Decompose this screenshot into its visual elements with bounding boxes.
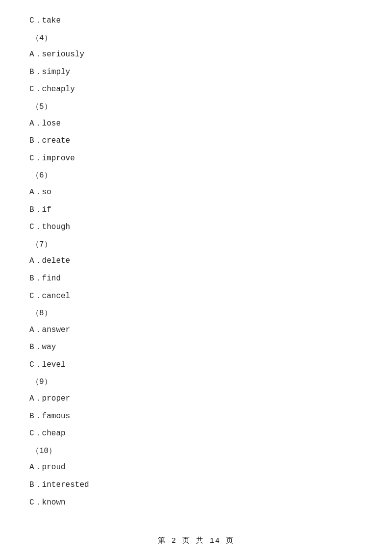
option-line: C．known (29, 497, 363, 509)
option-line: A．so (29, 186, 363, 199)
main-content: C．take（4）A．seriouslyB．simplyC．cheaply（5）… (0, 0, 392, 543)
option-line: A．answer (29, 324, 363, 337)
option-line: B．way (29, 341, 363, 354)
option-line: C．cheaply (29, 83, 363, 96)
question-number: （5） (29, 101, 363, 114)
option-line: A．proper (29, 393, 363, 405)
question-number: （8） (29, 307, 363, 320)
question-number: （10） (29, 445, 363, 458)
question-number: （4） (29, 32, 363, 45)
page-footer: 第 2 页 共 14 页 (0, 536, 392, 545)
option-line: B．create (29, 135, 363, 148)
option-line: B．find (29, 273, 363, 285)
option-line: B．famous (29, 410, 363, 423)
option-line: C．improve (29, 152, 363, 165)
option-line: C．cancel (29, 290, 363, 303)
option-line: C．though (29, 221, 363, 234)
option-line: C．cheap (29, 428, 363, 440)
question-number: （6） (29, 170, 363, 182)
option-line: B．if (29, 204, 363, 217)
question-number: （7） (29, 239, 363, 252)
option-line: A．proud (29, 461, 363, 474)
question-number: （9） (29, 376, 363, 389)
option-line: A．seriously (29, 49, 363, 61)
option-line: C．take (29, 15, 363, 27)
option-line: C．level (29, 359, 363, 372)
option-line: A．delete (29, 255, 363, 268)
option-line: B．interested (29, 479, 363, 492)
option-line: B．simply (29, 66, 363, 79)
option-line: A．lose (29, 118, 363, 130)
